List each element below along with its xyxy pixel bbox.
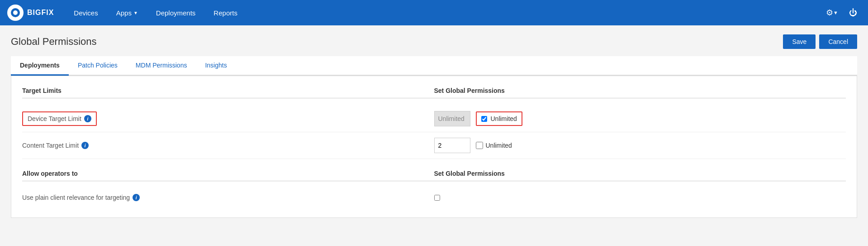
svg-point-2 [13,10,18,15]
tab-insights[interactable]: Insights [196,56,236,76]
brand-name: BIGFIX [27,9,54,17]
header-buttons: Save Cancel [783,34,857,49]
plain-client-relevance-label: Use plain client relevance for targeting… [22,194,140,201]
page-header: Global Permissions Save Cancel [11,34,857,49]
content-unlimited-label[interactable]: Unlimited [476,142,512,149]
section1-left-header: Target Limits [22,87,434,94]
plain-client-relevance-row: Use plain client relevance for targeting… [22,188,846,207]
device-target-limit-value: Unlimited [434,111,846,126]
content-target-info-icon[interactable]: i [81,142,89,149]
main-nav: Devices Apps ▼ Deployments Reports [65,0,822,25]
settings-chevron-icon: ▼ [833,10,838,15]
navbar: BIGFIX Devices Apps ▼ Deployments Report… [0,0,868,25]
section2-left-header: Allow operators to [22,170,434,177]
content-target-limit-value: Unlimited [434,138,846,153]
nav-item-apps[interactable]: Apps ▼ [107,0,147,25]
tabs-bar: Deployments Patch Policies MDM Permissio… [11,56,857,76]
content-target-input[interactable] [434,138,470,153]
nav-item-deployments[interactable]: Deployments [147,0,205,25]
tab-patch-policies[interactable]: Patch Policies [69,56,127,76]
power-icon: ⏻ [849,8,857,18]
plain-client-relevance-info-icon[interactable]: i [133,194,140,201]
device-target-limit-row: Device Target Limit i Unlimited [22,106,846,132]
page-container: Global Permissions Save Cancel Deploymen… [0,25,868,246]
nav-item-reports[interactable]: Reports [204,0,247,25]
power-button[interactable]: ⏻ [845,6,861,19]
brand-logo[interactable]: BIGFIX [7,5,54,21]
device-unlimited-checkbox[interactable] [481,116,487,122]
plain-client-relevance-checkbox[interactable] [434,195,440,201]
nav-item-devices[interactable]: Devices [65,0,107,25]
content-unlimited-checkbox[interactable] [476,142,483,149]
gear-icon: ⚙ [826,8,833,18]
device-target-input[interactable] [434,111,470,126]
section2-right-header: Set Global Permissions [434,170,846,177]
device-unlimited-checkbox-container: Unlimited [476,111,522,126]
bigfix-logo-icon [7,5,24,21]
content-area: Target Limits Set Global Permissions Dev… [11,76,857,218]
section1-right-header: Set Global Permissions [434,87,846,94]
content-target-limit-row: Content Target Limit i Unlimited [22,132,846,159]
section1-header-row: Target Limits Set Global Permissions [22,87,846,98]
plain-client-relevance-value [434,195,846,201]
navbar-right: ⚙ ▼ ⏻ [822,6,861,19]
device-unlimited-label[interactable]: Unlimited [491,115,517,122]
device-target-info-icon[interactable]: i [84,115,91,122]
content-target-limit-label: Content Target Limit i [22,142,89,149]
tab-deployments[interactable]: Deployments [11,56,69,76]
cancel-button[interactable]: Cancel [819,34,857,49]
page-title: Global Permissions [11,36,97,48]
save-button[interactable]: Save [783,34,816,49]
section2-header-row: Allow operators to Set Global Permission… [22,170,846,181]
device-target-limit-label: Device Target Limit i [22,111,97,126]
tab-mdm-permissions[interactable]: MDM Permissions [127,56,196,76]
settings-button[interactable]: ⚙ ▼ [822,6,842,19]
apps-dropdown-icon: ▼ [133,10,138,15]
